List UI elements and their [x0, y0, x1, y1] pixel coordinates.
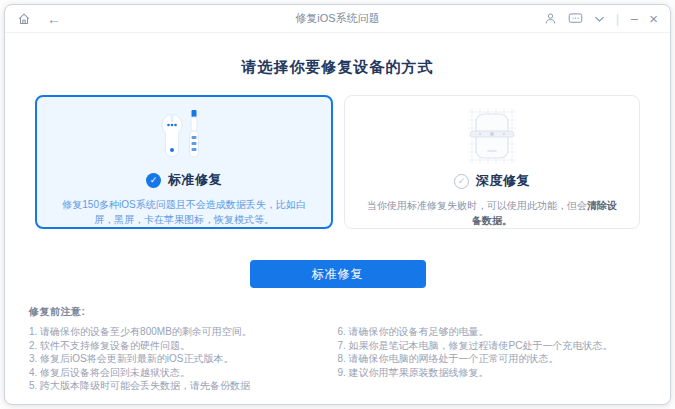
- card-standard-repair[interactable]: ✓ 标准修复 修复150多种iOS系统问题且不会造成数据丢失，比如白屏，黑屏，卡…: [35, 95, 333, 229]
- note-item: 9. 建议你用苹果原装数据线修复。: [338, 366, 647, 380]
- notes-heading: 修复前注意:: [29, 305, 646, 319]
- app-window: ← 修复iOS系统问题: [4, 4, 671, 405]
- note-item: 8. 请确保你电脑的网络处于一个正常可用的状态。: [338, 352, 647, 366]
- home-icon[interactable]: [17, 12, 31, 26]
- note-item: 2. 软件不支持修复设备的硬件问题。: [29, 339, 338, 353]
- pre-repair-notes: 修复前注意: 1. 请确保你的设备至少有800MB的剩余可用空间。 2. 软件不…: [5, 305, 670, 393]
- feedback-chat-icon[interactable]: [568, 12, 583, 25]
- deep-repair-description-prefix: 当你使用标准修复失败时，可以使用此功能，但会: [367, 200, 587, 211]
- note-item: 5. 跨大版本降级时可能会丢失数据，请先备份数据: [29, 379, 338, 393]
- titlebar-divider: |: [616, 12, 619, 26]
- unselected-check-icon: ✓: [454, 174, 469, 189]
- back-icon[interactable]: ←: [47, 12, 61, 26]
- note-item: 6. 请确保你的设备有足够的电量。: [338, 325, 647, 339]
- card-deep-repair[interactable]: ✓ 深度修复 当你使用标准修复失败时，可以使用此功能，但会清除设备数据。: [344, 95, 640, 229]
- repair-mode-options: ✓ 标准修复 修复150多种iOS系统问题且不会造成数据丢失，比如白屏，黑屏，卡…: [5, 95, 670, 229]
- note-item: 1. 请确保你的设备至少有800MB的剩余可用空间。: [29, 325, 338, 339]
- note-item: 3. 修复后iOS将会更新到最新的iOS正式版本。: [29, 352, 338, 366]
- notes-left-column: 1. 请确保你的设备至少有800MB的剩余可用空间。 2. 软件不支持修复设备的…: [29, 325, 338, 393]
- device-repair-icon: [459, 102, 525, 171]
- minimize-icon[interactable]: −: [630, 12, 638, 26]
- titlebar: ← 修复iOS系统问题: [5, 5, 670, 33]
- standard-repair-title: 标准修复: [168, 171, 222, 189]
- page-title: 请选择你要修复设备的方式: [5, 58, 670, 77]
- user-icon[interactable]: [544, 12, 557, 25]
- note-item: 4. 修复后设备将会回到未越狱状态。: [29, 366, 338, 380]
- notes-right-column: 6. 请确保你的设备有足够的电量。 7. 如果你是笔记本电脑，修复过程请使PC处…: [338, 325, 647, 393]
- selected-check-icon: ✓: [146, 173, 161, 188]
- close-icon[interactable]: ×: [649, 11, 658, 26]
- wrench-screwdriver-icon: [151, 103, 217, 170]
- chevron-down-icon[interactable]: [594, 15, 605, 23]
- deep-repair-title: 深度修复: [476, 172, 530, 190]
- standard-repair-description: 修复150多种iOS系统问题且不会造成数据丢失，比如白屏，黑屏，卡在苹果图标，恢…: [37, 197, 331, 227]
- deep-repair-description: 当你使用标准修复失败时，可以使用此功能，但会清除设备数据。: [345, 198, 639, 228]
- standard-repair-button[interactable]: 标准修复: [250, 260, 426, 288]
- note-item: 7. 如果你是笔记本电脑，修复过程请使PC处于一个充电状态。: [338, 339, 647, 353]
